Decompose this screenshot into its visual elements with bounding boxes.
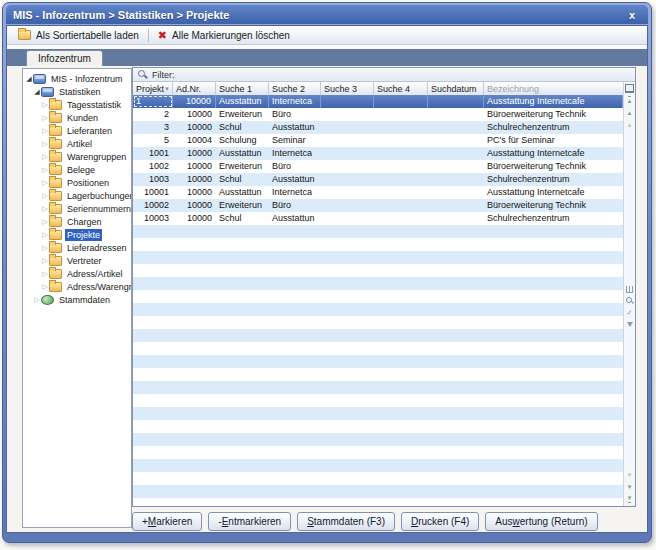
table-row[interactable]: 100210000ErweiterunBüroBüroerweiterung T… (133, 160, 623, 173)
tree-item-artikel[interactable]: ▷Artikel (23, 137, 131, 150)
table-row[interactable]: 1000110000AusstattunInternetcaAusstattun… (133, 186, 623, 199)
cell (428, 212, 484, 225)
cell (269, 394, 321, 407)
stammdaten-f3-button[interactable]: Stammdaten (F3) (297, 512, 395, 531)
close-icon[interactable]: x (623, 7, 641, 22)
expand-arrow-icon[interactable]: ◢ (33, 88, 41, 96)
table-row[interactable]: 100110000AusstattunInternetcaAusstattung… (133, 147, 623, 160)
collapse-arrow-icon[interactable]: ▷ (41, 192, 49, 200)
tree-item-seriennummern[interactable]: ▷Seriennummern (23, 202, 131, 215)
tree-item-lagerbuchungen[interactable]: ▷Lagerbuchungen (23, 189, 131, 202)
cell (428, 121, 484, 134)
collapse-arrow-icon[interactable]: ▷ (41, 127, 49, 135)
cell: 10000 (173, 121, 216, 134)
cell (428, 147, 484, 160)
tree-item-adress-artikel[interactable]: ▷Adress/Artikel (23, 267, 131, 280)
cell (173, 433, 216, 446)
collapse-arrow-icon[interactable]: ▷ (41, 114, 49, 122)
column-header-suche-1[interactable]: Suche 1 (216, 82, 269, 95)
collapse-arrow-icon[interactable]: ▷ (41, 283, 49, 291)
table-row[interactable]: 100310000SchulAusstattunSchulrechenzentr… (133, 173, 623, 186)
filter-bar[interactable]: Filter: (133, 68, 635, 82)
column-header-suchdatum[interactable]: Suchdatum (428, 82, 484, 95)
expand-arrow-icon[interactable]: ◢ (25, 75, 33, 83)
drucken-f4-button[interactable]: Drucken (F4) (401, 512, 479, 531)
tree-item-projekte[interactable]: ▷Projekte (23, 228, 131, 241)
table-row[interactable]: 1000310000SchulAusstattunSchulrechenzent… (133, 212, 623, 225)
table-row[interactable]: 1000210000ErweiterunBüroBüroerweiterung … (133, 199, 623, 212)
page-down-icon[interactable] (625, 470, 634, 479)
column-header-bezeichnung[interactable]: Bezeichnung (484, 82, 635, 95)
collapse-arrow-icon[interactable]: ▷ (41, 205, 49, 213)
cell (428, 420, 484, 433)
table-row-empty (133, 342, 623, 355)
tree-item-vertreter[interactable]: ▷Vertreter (23, 254, 131, 267)
go-top-icon[interactable] (625, 96, 634, 105)
table-row[interactable]: 510004SchulungSeminarPC's für Seminar (133, 134, 623, 147)
cell: 10000 (173, 173, 216, 186)
page-up-icon[interactable] (625, 120, 634, 129)
tree-item-statistiken[interactable]: ◢Statistiken (23, 85, 131, 98)
collapse-arrow-icon[interactable]: ▷ (41, 140, 49, 148)
tree-item-chargen[interactable]: ▷Chargen (23, 215, 131, 228)
cell: Ausstattun (269, 212, 321, 225)
tree-item-lieferanten[interactable]: ▷Lieferanten (23, 124, 131, 137)
cell: 10000 (173, 108, 216, 121)
clear-marks-button[interactable]: ✖ Alle Markierungen löschen (151, 27, 297, 44)
filter-icon[interactable] (625, 320, 634, 329)
tree-item-tagesstatistik[interactable]: ▷Tagesstatistik (23, 98, 131, 111)
collapse-arrow-icon[interactable]: ▷ (41, 218, 49, 226)
tree-item-adress-warengruppen[interactable]: ▷Adress/Warengruppen (23, 280, 131, 293)
collapse-arrow-icon[interactable]: ▷ (41, 179, 49, 187)
collapse-arrow-icon[interactable]: ▷ (41, 270, 49, 278)
collapse-arrow-icon[interactable]: ▷ (41, 231, 49, 239)
load-sort-table-button[interactable]: Als Sortiertabelle laden (11, 27, 146, 44)
tree-item-belege[interactable]: ▷Belege (23, 163, 131, 176)
cell (374, 290, 428, 303)
sort-descending-icon: ▼ (164, 86, 170, 92)
cell: 10000 (173, 212, 216, 225)
column-header-suche-3[interactable]: Suche 3 (321, 82, 374, 95)
cell (321, 147, 374, 160)
column-chooser-icon[interactable] (625, 84, 634, 93)
auswertung-return-button[interactable]: Auswertung (Return) (485, 512, 597, 531)
column-header-suche-2[interactable]: Suche 2 (269, 82, 321, 95)
table-row[interactable]: 310000SchulAusstattunSchulrechenzentrum (133, 121, 623, 134)
tab-infozentrum[interactable]: Infozentrum (26, 50, 103, 66)
tree-item-stammdaten[interactable]: ▷Stammdaten (23, 293, 131, 306)
table-row[interactable]: 110000AusstattunInternetcaAusstattung In… (133, 95, 623, 108)
cell (216, 368, 269, 381)
column-header-projekt[interactable]: Projekt▼ (133, 82, 173, 95)
mark-icon[interactable] (625, 308, 634, 317)
entmarkieren-button[interactable]: - Entmarkieren (208, 512, 291, 531)
collapse-arrow-icon[interactable]: ▷ (41, 257, 49, 265)
tree-item-lieferadressen[interactable]: ▷Lieferadressen (23, 241, 131, 254)
tree-item-kunden[interactable]: ▷Kunden (23, 111, 131, 124)
collapse-arrow-icon[interactable]: ▷ (41, 244, 49, 252)
tree-item-warengruppen[interactable]: ▷Warengruppen (23, 150, 131, 163)
column-header-suche-4[interactable]: Suche 4 (374, 82, 428, 95)
cell (269, 316, 321, 329)
table-row[interactable]: 210000ErweiterunBüroBüroerweiterung Tech… (133, 108, 623, 121)
go-bottom-icon[interactable] (625, 494, 634, 503)
cell (374, 303, 428, 316)
cell (374, 277, 428, 290)
tree-item-positionen[interactable]: ▷Positionen (23, 176, 131, 189)
search-small-icon[interactable] (625, 296, 634, 305)
cell (321, 329, 374, 342)
cell (428, 433, 484, 446)
tree-item-mis-infozentrum[interactable]: ◢MIS - Infozentrum (23, 72, 131, 85)
cell (216, 381, 269, 394)
collapse-arrow-icon[interactable]: ▷ (41, 153, 49, 161)
table-row-empty (133, 355, 623, 368)
go-down-icon[interactable] (625, 482, 634, 491)
cell (321, 498, 374, 506)
collapse-arrow-icon[interactable]: ▷ (41, 101, 49, 109)
collapse-arrow-icon[interactable]: ▷ (33, 296, 41, 304)
markieren-button[interactable]: + Markieren (132, 512, 202, 531)
column-header-ad-nr[interactable]: Ad.Nr. (173, 82, 216, 95)
go-up-icon[interactable] (625, 108, 634, 117)
columns-icon[interactable] (626, 286, 633, 293)
cell (374, 212, 428, 225)
collapse-arrow-icon[interactable]: ▷ (41, 166, 49, 174)
